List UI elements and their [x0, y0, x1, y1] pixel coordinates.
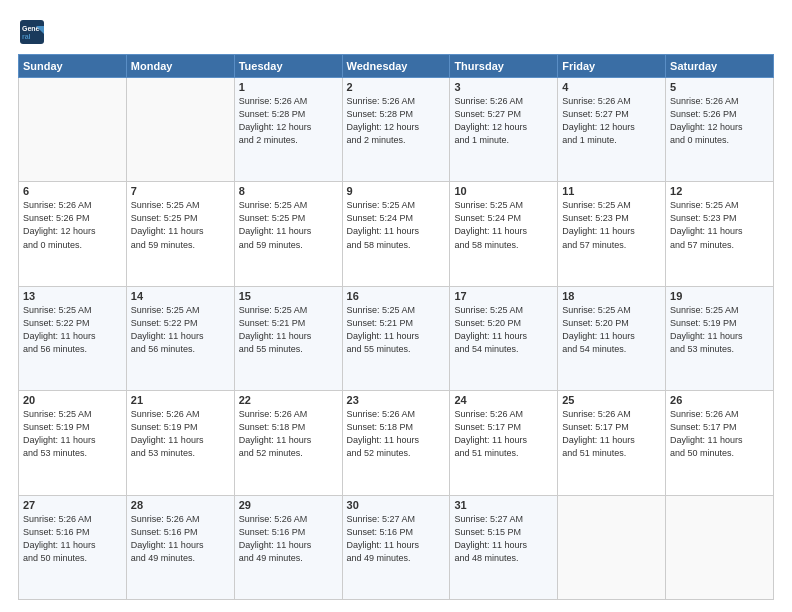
day-cell-8: 8Sunrise: 5:25 AM Sunset: 5:25 PM Daylig…	[234, 182, 342, 286]
weekday-header-friday: Friday	[558, 55, 666, 78]
day-info: Sunrise: 5:25 AM Sunset: 5:19 PM Dayligh…	[23, 408, 122, 460]
day-cell-27: 27Sunrise: 5:26 AM Sunset: 5:16 PM Dayli…	[19, 495, 127, 599]
day-info: Sunrise: 5:26 AM Sunset: 5:18 PM Dayligh…	[347, 408, 446, 460]
day-info: Sunrise: 5:26 AM Sunset: 5:17 PM Dayligh…	[562, 408, 661, 460]
day-number: 2	[347, 81, 446, 93]
week-row-4: 20Sunrise: 5:25 AM Sunset: 5:19 PM Dayli…	[19, 391, 774, 495]
day-cell-16: 16Sunrise: 5:25 AM Sunset: 5:21 PM Dayli…	[342, 286, 450, 390]
day-number: 10	[454, 185, 553, 197]
day-info: Sunrise: 5:26 AM Sunset: 5:26 PM Dayligh…	[23, 199, 122, 251]
day-info: Sunrise: 5:26 AM Sunset: 5:19 PM Dayligh…	[131, 408, 230, 460]
day-info: Sunrise: 5:25 AM Sunset: 5:21 PM Dayligh…	[347, 304, 446, 356]
empty-cell	[558, 495, 666, 599]
day-cell-22: 22Sunrise: 5:26 AM Sunset: 5:18 PM Dayli…	[234, 391, 342, 495]
empty-cell	[126, 78, 234, 182]
day-number: 11	[562, 185, 661, 197]
day-number: 8	[239, 185, 338, 197]
day-info: Sunrise: 5:26 AM Sunset: 5:27 PM Dayligh…	[562, 95, 661, 147]
day-cell-28: 28Sunrise: 5:26 AM Sunset: 5:16 PM Dayli…	[126, 495, 234, 599]
day-number: 4	[562, 81, 661, 93]
day-number: 5	[670, 81, 769, 93]
day-cell-13: 13Sunrise: 5:25 AM Sunset: 5:22 PM Dayli…	[19, 286, 127, 390]
day-cell-10: 10Sunrise: 5:25 AM Sunset: 5:24 PM Dayli…	[450, 182, 558, 286]
day-number: 29	[239, 499, 338, 511]
day-info: Sunrise: 5:26 AM Sunset: 5:28 PM Dayligh…	[239, 95, 338, 147]
weekday-header-thursday: Thursday	[450, 55, 558, 78]
day-number: 19	[670, 290, 769, 302]
day-info: Sunrise: 5:25 AM Sunset: 5:20 PM Dayligh…	[562, 304, 661, 356]
day-cell-23: 23Sunrise: 5:26 AM Sunset: 5:18 PM Dayli…	[342, 391, 450, 495]
day-number: 18	[562, 290, 661, 302]
empty-cell	[666, 495, 774, 599]
day-number: 30	[347, 499, 446, 511]
svg-rect-0	[20, 20, 44, 44]
day-cell-14: 14Sunrise: 5:25 AM Sunset: 5:22 PM Dayli…	[126, 286, 234, 390]
week-row-3: 13Sunrise: 5:25 AM Sunset: 5:22 PM Dayli…	[19, 286, 774, 390]
weekday-header-monday: Monday	[126, 55, 234, 78]
day-info: Sunrise: 5:25 AM Sunset: 5:22 PM Dayligh…	[23, 304, 122, 356]
day-info: Sunrise: 5:25 AM Sunset: 5:19 PM Dayligh…	[670, 304, 769, 356]
day-cell-29: 29Sunrise: 5:26 AM Sunset: 5:16 PM Dayli…	[234, 495, 342, 599]
day-info: Sunrise: 5:25 AM Sunset: 5:24 PM Dayligh…	[347, 199, 446, 251]
day-info: Sunrise: 5:25 AM Sunset: 5:20 PM Dayligh…	[454, 304, 553, 356]
day-info: Sunrise: 5:26 AM Sunset: 5:16 PM Dayligh…	[239, 513, 338, 565]
day-cell-4: 4Sunrise: 5:26 AM Sunset: 5:27 PM Daylig…	[558, 78, 666, 182]
day-number: 14	[131, 290, 230, 302]
day-info: Sunrise: 5:25 AM Sunset: 5:21 PM Dayligh…	[239, 304, 338, 356]
day-cell-19: 19Sunrise: 5:25 AM Sunset: 5:19 PM Dayli…	[666, 286, 774, 390]
day-info: Sunrise: 5:26 AM Sunset: 5:17 PM Dayligh…	[670, 408, 769, 460]
weekday-header-sunday: Sunday	[19, 55, 127, 78]
day-cell-17: 17Sunrise: 5:25 AM Sunset: 5:20 PM Dayli…	[450, 286, 558, 390]
day-cell-7: 7Sunrise: 5:25 AM Sunset: 5:25 PM Daylig…	[126, 182, 234, 286]
week-row-5: 27Sunrise: 5:26 AM Sunset: 5:16 PM Dayli…	[19, 495, 774, 599]
day-cell-5: 5Sunrise: 5:26 AM Sunset: 5:26 PM Daylig…	[666, 78, 774, 182]
weekday-header-saturday: Saturday	[666, 55, 774, 78]
day-info: Sunrise: 5:25 AM Sunset: 5:25 PM Dayligh…	[239, 199, 338, 251]
weekday-header-wednesday: Wednesday	[342, 55, 450, 78]
day-cell-2: 2Sunrise: 5:26 AM Sunset: 5:28 PM Daylig…	[342, 78, 450, 182]
logo-icon: Gene- ral	[18, 18, 46, 46]
day-number: 3	[454, 81, 553, 93]
day-cell-11: 11Sunrise: 5:25 AM Sunset: 5:23 PM Dayli…	[558, 182, 666, 286]
week-row-1: 1Sunrise: 5:26 AM Sunset: 5:28 PM Daylig…	[19, 78, 774, 182]
day-cell-26: 26Sunrise: 5:26 AM Sunset: 5:17 PM Dayli…	[666, 391, 774, 495]
day-number: 17	[454, 290, 553, 302]
day-info: Sunrise: 5:25 AM Sunset: 5:22 PM Dayligh…	[131, 304, 230, 356]
day-cell-12: 12Sunrise: 5:25 AM Sunset: 5:23 PM Dayli…	[666, 182, 774, 286]
day-cell-21: 21Sunrise: 5:26 AM Sunset: 5:19 PM Dayli…	[126, 391, 234, 495]
day-info: Sunrise: 5:26 AM Sunset: 5:18 PM Dayligh…	[239, 408, 338, 460]
day-number: 21	[131, 394, 230, 406]
weekday-header-tuesday: Tuesday	[234, 55, 342, 78]
calendar-table: SundayMondayTuesdayWednesdayThursdayFrid…	[18, 54, 774, 600]
day-cell-20: 20Sunrise: 5:25 AM Sunset: 5:19 PM Dayli…	[19, 391, 127, 495]
day-info: Sunrise: 5:26 AM Sunset: 5:16 PM Dayligh…	[23, 513, 122, 565]
day-number: 22	[239, 394, 338, 406]
day-number: 15	[239, 290, 338, 302]
week-row-2: 6Sunrise: 5:26 AM Sunset: 5:26 PM Daylig…	[19, 182, 774, 286]
day-number: 16	[347, 290, 446, 302]
day-cell-18: 18Sunrise: 5:25 AM Sunset: 5:20 PM Dayli…	[558, 286, 666, 390]
day-info: Sunrise: 5:25 AM Sunset: 5:23 PM Dayligh…	[670, 199, 769, 251]
day-number: 20	[23, 394, 122, 406]
header: Gene- ral	[18, 18, 774, 46]
day-cell-6: 6Sunrise: 5:26 AM Sunset: 5:26 PM Daylig…	[19, 182, 127, 286]
svg-text:ral: ral	[22, 33, 31, 40]
day-number: 23	[347, 394, 446, 406]
day-info: Sunrise: 5:25 AM Sunset: 5:24 PM Dayligh…	[454, 199, 553, 251]
calendar-page: Gene- ral SundayMondayTuesdayWednesdayTh…	[0, 0, 792, 612]
day-number: 25	[562, 394, 661, 406]
day-cell-3: 3Sunrise: 5:26 AM Sunset: 5:27 PM Daylig…	[450, 78, 558, 182]
day-info: Sunrise: 5:26 AM Sunset: 5:27 PM Dayligh…	[454, 95, 553, 147]
day-info: Sunrise: 5:27 AM Sunset: 5:15 PM Dayligh…	[454, 513, 553, 565]
day-cell-9: 9Sunrise: 5:25 AM Sunset: 5:24 PM Daylig…	[342, 182, 450, 286]
day-number: 24	[454, 394, 553, 406]
day-number: 6	[23, 185, 122, 197]
day-cell-24: 24Sunrise: 5:26 AM Sunset: 5:17 PM Dayli…	[450, 391, 558, 495]
day-info: Sunrise: 5:26 AM Sunset: 5:26 PM Dayligh…	[670, 95, 769, 147]
day-info: Sunrise: 5:26 AM Sunset: 5:28 PM Dayligh…	[347, 95, 446, 147]
day-number: 7	[131, 185, 230, 197]
day-info: Sunrise: 5:27 AM Sunset: 5:16 PM Dayligh…	[347, 513, 446, 565]
day-number: 31	[454, 499, 553, 511]
day-info: Sunrise: 5:25 AM Sunset: 5:25 PM Dayligh…	[131, 199, 230, 251]
day-cell-31: 31Sunrise: 5:27 AM Sunset: 5:15 PM Dayli…	[450, 495, 558, 599]
